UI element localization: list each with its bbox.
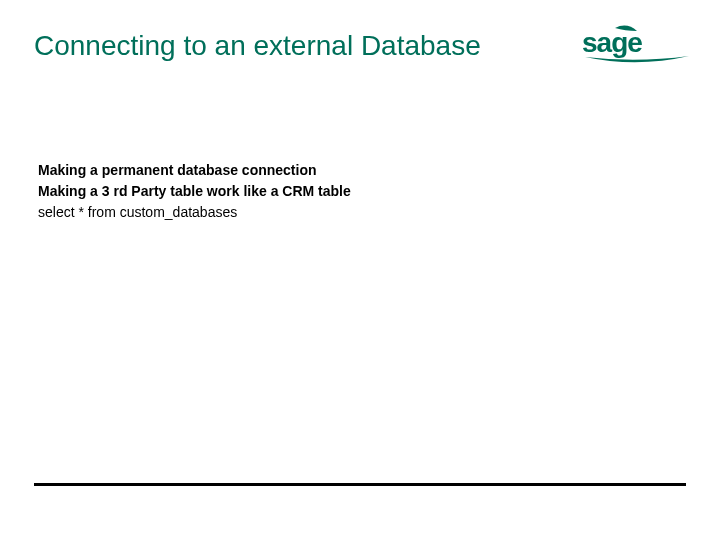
slide: Connecting to an external Database sage …	[0, 0, 720, 540]
body-line-3: select * from custom_databases	[38, 202, 351, 223]
page-title: Connecting to an external Database	[34, 30, 481, 62]
body-line-2: Making a 3 rd Party table work like a CR…	[38, 181, 351, 202]
logo-text-svg: sage	[582, 27, 642, 58]
bottom-divider	[34, 483, 686, 486]
body-text: Making a permanent database connection M…	[38, 160, 351, 223]
sage-logo: sage	[582, 24, 692, 68]
body-line-1: Making a permanent database connection	[38, 160, 351, 181]
